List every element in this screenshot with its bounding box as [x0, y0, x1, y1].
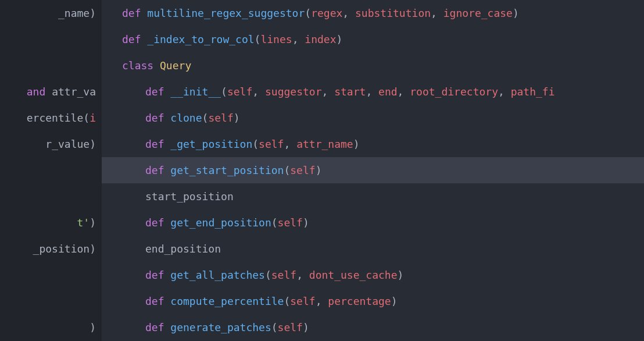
comma: , [366, 86, 378, 98]
code-outline-panel[interactable]: def multiline_regex_suggestor(regex, sub… [102, 0, 644, 341]
outline-item-attribute[interactable]: end_position [102, 236, 644, 262]
comma: , [296, 269, 309, 281]
keyword-and: and [27, 86, 46, 98]
outline-item-method[interactable]: def _get_position(self, attr_name) [102, 131, 644, 157]
outline-item-method[interactable]: def get_end_position(self) [102, 209, 644, 236]
keyword-class: class [122, 59, 153, 72]
keyword-def: def [145, 321, 164, 333]
code-fragment: attr_va [45, 86, 96, 98]
paren: ) [90, 7, 96, 19]
param-self: self [278, 216, 303, 229]
outline-item-attribute[interactable]: start_position [102, 183, 644, 209]
paren: ) [90, 138, 96, 150]
function-name: multiline_regex_suggestor [147, 7, 305, 19]
keyword-def: def [122, 33, 141, 45]
paren-open: ( [284, 295, 290, 307]
param: percentage [328, 295, 391, 307]
outline-item-method[interactable]: def generate_patches(self) [102, 314, 644, 340]
paren-open: ( [305, 7, 311, 19]
function-name: __init__ [170, 86, 221, 98]
paren: ) [90, 216, 96, 229]
left-line: ) [0, 314, 102, 340]
param: attr_name [296, 138, 353, 150]
outline-item-method-selected[interactable]: def get_start_position(self) [102, 157, 644, 183]
function-name: _index_to_row_col [147, 33, 254, 45]
keyword-def: def [145, 164, 164, 176]
paren-close: ) [234, 112, 240, 124]
param-self: self [227, 86, 252, 98]
param-fragment: i [90, 112, 96, 124]
outline-item-function[interactable]: def multiline_regex_suggestor(regex, sub… [102, 0, 644, 26]
comma: , [431, 7, 443, 19]
paren-open: ( [271, 216, 278, 229]
paren-open: ( [202, 112, 209, 124]
outline-item-function[interactable]: def _index_to_row_col(lines, index) [102, 26, 644, 52]
param: lines [260, 33, 292, 45]
class-name: Query [160, 59, 191, 72]
comma: , [284, 138, 296, 150]
paren-open: ( [265, 269, 271, 281]
string-fragment: t' [77, 216, 90, 229]
keyword-def: def [145, 138, 164, 150]
left-line-empty [0, 262, 102, 288]
function-name: _get_position [170, 138, 252, 150]
keyword-def: def [145, 86, 164, 98]
left-line-empty [0, 183, 102, 209]
param-self: self [208, 112, 233, 124]
keyword-def: def [145, 269, 164, 281]
keyword-def: def [145, 216, 164, 229]
comma: , [498, 86, 511, 98]
param-self: self [259, 138, 284, 150]
function-name: generate_patches [170, 321, 271, 333]
left-line: _name) [0, 0, 102, 26]
outline-item-method[interactable]: def __init__(self, suggestor, start, end… [102, 79, 644, 105]
left-line: r_value) [0, 131, 102, 157]
paren-close: ) [513, 7, 519, 19]
keyword-def: def [122, 7, 141, 19]
keyword-def: def [145, 295, 164, 307]
param: root_directory [410, 86, 498, 98]
outline-item-method[interactable]: def get_all_patches(self, dont_use_cache… [102, 262, 644, 288]
code-fragment: ercentile [27, 112, 84, 124]
comma: , [292, 33, 305, 45]
param: suggestor [265, 86, 322, 98]
paren: ) [90, 321, 96, 333]
paren-close: ) [391, 295, 398, 307]
code-fragment: _position [33, 243, 90, 255]
paren-close: ) [353, 138, 360, 150]
param-self: self [290, 164, 315, 176]
left-line: t') [0, 209, 102, 236]
paren-close: ) [398, 269, 404, 281]
param-self: self [278, 321, 303, 333]
outline-item-method[interactable]: def clone(self) [102, 105, 644, 131]
param: start [334, 86, 366, 98]
param: substitution [355, 7, 431, 19]
paren-open: ( [271, 321, 278, 333]
left-line-empty [0, 288, 102, 314]
left-code-panel: _name) and attr_va ercentile(i r_value) … [0, 0, 102, 341]
param: regex [311, 7, 342, 19]
left-line: and attr_va [0, 79, 102, 105]
function-name: get_start_position [170, 164, 284, 176]
outline-item-method[interactable]: def compute_percentile(self, percentage) [102, 288, 644, 314]
param-self: self [271, 269, 296, 281]
paren-open: ( [221, 86, 227, 98]
comma: , [398, 86, 410, 98]
param: dont_use_cache [309, 269, 398, 281]
code-fragment: _name [58, 7, 90, 19]
attribute-name: end_position [145, 243, 221, 255]
paren-close: ) [303, 321, 309, 333]
param: index [305, 33, 336, 45]
paren-close: ) [337, 33, 343, 45]
paren-open: ( [284, 164, 290, 176]
outline-item-class[interactable]: class Query [102, 52, 644, 79]
paren-open: ( [252, 138, 259, 150]
param: path_fi [511, 86, 555, 98]
attribute-name: start_position [145, 190, 234, 203]
paren: ( [83, 112, 90, 124]
param: ignore_case [443, 7, 513, 19]
comma: , [322, 86, 335, 98]
left-line-empty [0, 26, 102, 52]
function-name: get_end_position [170, 216, 271, 229]
comma: , [342, 7, 355, 19]
